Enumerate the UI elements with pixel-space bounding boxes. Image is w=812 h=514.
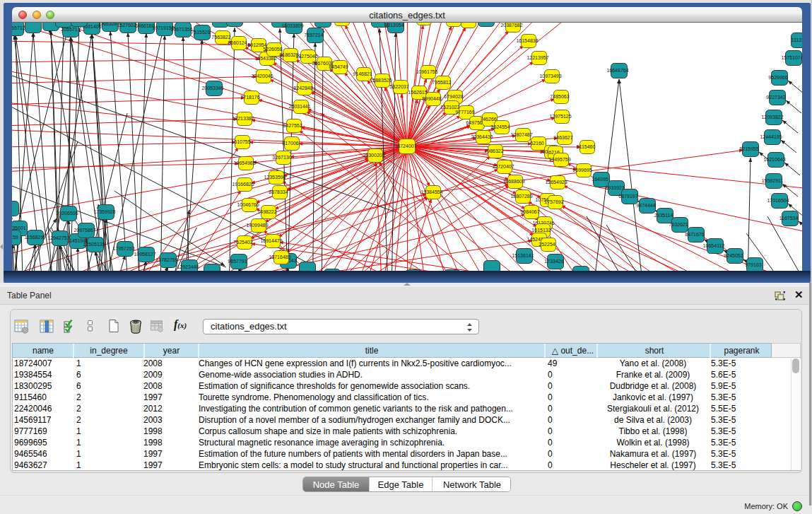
svg-text:17016504: 17016504 (767, 198, 789, 203)
svg-text:10961755: 10961755 (416, 69, 437, 74)
svg-text:16210643: 16210643 (763, 157, 785, 162)
svg-text:8471676: 8471676 (685, 232, 704, 237)
svg-text:12353594: 12353594 (264, 175, 286, 180)
svg-text:7485063: 7485063 (550, 94, 569, 99)
svg-text:1498222: 1498222 (257, 209, 276, 214)
svg-text:9227342: 9227342 (766, 95, 785, 100)
svg-text:7955812: 7955812 (432, 80, 451, 85)
svg-text:15592911: 15592911 (762, 178, 784, 183)
svg-text:12975125: 12975125 (549, 114, 571, 119)
svg-text:1610755: 1610755 (231, 139, 250, 144)
svg-text:12505135: 12505135 (83, 242, 105, 247)
svg-text:7563822: 7563822 (211, 35, 230, 40)
svg-text:17359928: 17359928 (93, 209, 115, 214)
svg-text:8454749: 8454749 (329, 64, 348, 69)
svg-text:18807289: 18807289 (510, 194, 532, 199)
svg-text:5322037: 5322037 (389, 84, 408, 89)
svg-text:9084067: 9084067 (520, 209, 539, 214)
svg-text:8660124: 8660124 (228, 40, 247, 45)
svg-text:7625402: 7625402 (233, 240, 252, 245)
svg-text:1562615: 1562615 (408, 90, 427, 95)
svg-text:10807487: 10807487 (510, 132, 532, 137)
svg-text:15883520: 15883520 (370, 78, 392, 83)
svg-text:19166825: 19166825 (232, 182, 254, 187)
svg-text:1757692: 1757692 (544, 199, 563, 204)
svg-text:252254: 252254 (539, 242, 555, 247)
svg-text:10671355: 10671355 (170, 27, 192, 32)
svg-text:19654985: 19654985 (233, 160, 255, 165)
svg-text:1733426: 1733426 (544, 259, 563, 264)
svg-text:15136141: 15136141 (512, 253, 534, 258)
svg-text:9115460: 9115460 (577, 144, 596, 149)
svg-text:1527602: 1527602 (117, 23, 136, 28)
svg-text:9245052: 9245052 (724, 253, 743, 258)
svg-text:7632621: 7632621 (669, 222, 688, 227)
svg-text:20206506: 20206506 (56, 211, 78, 216)
svg-text:746266: 746266 (480, 117, 496, 122)
svg-text:23420046: 23420046 (251, 74, 273, 78)
svg-text:8242848: 8242848 (293, 86, 312, 90)
svg-text:20387682: 20387682 (500, 23, 522, 28)
svg-text:9857791: 9857791 (228, 259, 247, 264)
svg-text:15720407: 15720407 (492, 164, 514, 169)
svg-text:6794028: 6794028 (444, 94, 463, 99)
svg-text:23275046: 23275046 (295, 54, 317, 59)
svg-text:7515526: 7515526 (191, 30, 210, 35)
svg-text:13716485: 13716485 (269, 255, 290, 259)
svg-text:5226058: 5226058 (263, 47, 282, 52)
svg-text:9777169: 9777169 (455, 110, 474, 115)
svg-text:19495759: 19495759 (548, 157, 570, 162)
svg-text:10046766: 10046766 (237, 202, 259, 207)
svg-text:2718176: 2718176 (240, 95, 259, 100)
svg-text:20364436: 20364436 (471, 134, 493, 139)
svg-text:6879197: 6879197 (618, 194, 637, 199)
svg-text:12444195: 12444195 (760, 134, 782, 139)
svg-text:39159: 39159 (12, 235, 18, 240)
svg-text:20975867: 20975867 (73, 228, 95, 233)
svg-text:979163: 979163 (745, 262, 761, 267)
svg-text:9146821: 9146821 (353, 71, 372, 76)
svg-text:10958127: 10958127 (134, 252, 155, 257)
svg-text:19384554: 19384554 (420, 189, 442, 194)
svg-text:8427552: 8427552 (283, 123, 302, 128)
svg-text:16033809: 16033809 (281, 23, 303, 28)
svg-text:12923446: 12923446 (177, 264, 199, 269)
svg-text:1621022: 1621022 (440, 105, 459, 110)
svg-text:9529966: 9529966 (768, 75, 787, 80)
svg-text:835001: 835001 (12, 226, 26, 230)
svg-text:817006: 817006 (282, 141, 298, 146)
svg-text:62160: 62160 (530, 141, 544, 146)
svg-text:1156829: 1156829 (25, 235, 44, 240)
svg-text:2935114: 2935114 (654, 213, 673, 218)
svg-text:8990448: 8990448 (422, 96, 441, 101)
svg-text:3624554: 3624554 (490, 124, 510, 129)
svg-text:15751074: 15751074 (781, 55, 802, 60)
svg-text:7986322: 7986322 (484, 148, 503, 153)
svg-text:12213957: 12213957 (526, 55, 548, 60)
svg-text:205571: 205571 (61, 27, 77, 32)
svg-text:14055712: 14055712 (12, 25, 25, 30)
svg-text:12213382: 12213382 (232, 116, 254, 121)
svg-text:14099489: 14099489 (246, 223, 268, 228)
svg-text:8215955: 8215955 (739, 146, 758, 151)
svg-text:1615132: 1615132 (531, 228, 551, 233)
svg-text:1167534: 1167534 (779, 216, 799, 221)
svg-text:16154838: 16154838 (516, 38, 538, 43)
svg-text:13654923: 13654923 (545, 180, 567, 185)
svg-text:25300203: 25300203 (363, 153, 384, 158)
svg-text:16914479: 16914479 (260, 238, 282, 243)
svg-text:10973493: 10973493 (539, 74, 561, 78)
svg-text:16782759: 16782759 (155, 257, 177, 262)
svg-text:18724007: 18724007 (394, 144, 416, 148)
svg-text:9463627: 9463627 (553, 135, 572, 140)
svg-text:9474444: 9474444 (636, 203, 655, 208)
svg-text:3267130: 3267130 (272, 155, 291, 160)
svg-text:8878334: 8878334 (269, 189, 288, 194)
svg-text:8933923: 8933923 (605, 185, 624, 190)
svg-text:9699695: 9699695 (572, 168, 592, 173)
svg-text:16648764: 16648764 (606, 68, 628, 73)
svg-text:15543382: 15543382 (254, 56, 276, 61)
svg-text:12093822: 12093822 (761, 115, 783, 119)
svg-text:8813054: 8813054 (384, 23, 404, 28)
svg-text:11124: 11124 (792, 37, 802, 42)
